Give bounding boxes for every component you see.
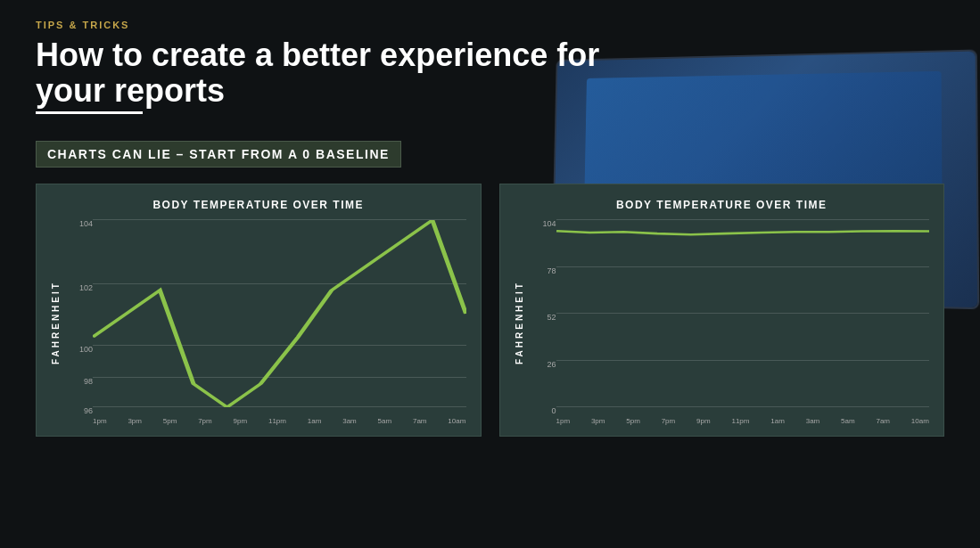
chart-right-area: 104 78 52 26 0 xyxy=(530,220,930,425)
chart-left-inner: FAHRENHEIT 104 102 100 xyxy=(51,220,466,425)
chart-right-title: BODY TEMPERATURE OVER TIME xyxy=(515,199,930,211)
page-title: How to create a better experience for yo… xyxy=(36,37,660,108)
chart-left-x-axis: 1pm 3pm 5pm 7pm 9pm 11pm 1am 3am 5am 7am… xyxy=(93,417,466,425)
chart-left-y-label: FAHRENHEIT xyxy=(51,220,61,425)
chart-right-svg xyxy=(556,220,930,407)
chart-left-svg xyxy=(93,220,466,407)
chart-left-area: 104 102 100 98 96 xyxy=(66,220,466,425)
main-content: TIPS & TRICKS How to create a better exp… xyxy=(0,0,980,548)
chart-right-x-axis: 1pm 3pm 5pm 7pm 9pm 11pm 1am 3am 5am 7am… xyxy=(556,417,930,425)
title-underline xyxy=(36,111,143,114)
chart-left-title: BODY TEMPERATURE OVER TIME xyxy=(51,199,466,211)
chart-right: BODY TEMPERATURE OVER TIME FAHRENHEIT 10… xyxy=(499,184,945,437)
charts-row: BODY TEMPERATURE OVER TIME FAHRENHEIT 10… xyxy=(36,184,944,437)
chart-right-inner: FAHRENHEIT 104 78 52 xyxy=(515,220,930,425)
tips-label: TIPS & TRICKS xyxy=(36,20,944,30)
chart-left: BODY TEMPERATURE OVER TIME FAHRENHEIT 10… xyxy=(36,184,482,437)
chart-right-y-label: FAHRENHEIT xyxy=(515,220,524,425)
section-label: CHARTS CAN LIE – START FROM A 0 BASELINE xyxy=(36,141,401,168)
